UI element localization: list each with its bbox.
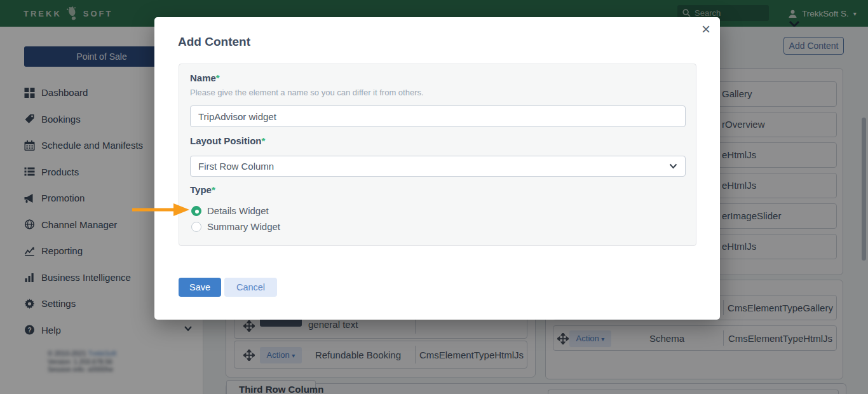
selected-option: First Row Column bbox=[198, 161, 274, 172]
radio-details-widget[interactable]: Details Widget bbox=[191, 205, 269, 216]
annotation-arrow-icon bbox=[130, 202, 191, 217]
required-asterisk: * bbox=[262, 135, 266, 146]
add-content-form: Name* Please give the element a name so … bbox=[179, 64, 696, 246]
name-label: Name* bbox=[190, 72, 220, 83]
radio-label: Summary Widget bbox=[207, 221, 280, 232]
layout-position-select[interactable]: First Row Column bbox=[190, 156, 686, 177]
required-asterisk: * bbox=[212, 184, 215, 195]
radio-label: Details Widget bbox=[207, 205, 269, 216]
type-label: Type* bbox=[190, 184, 215, 195]
cancel-button[interactable]: Cancel bbox=[224, 278, 277, 297]
close-icon[interactable]: × bbox=[696, 20, 716, 40]
name-input[interactable] bbox=[190, 105, 686, 127]
layout-position-label: Layout Position* bbox=[190, 135, 265, 146]
modal-title: Add Content bbox=[178, 35, 250, 49]
radio-unselected-icon[interactable] bbox=[191, 222, 201, 232]
save-button[interactable]: Save bbox=[179, 278, 221, 297]
required-asterisk: * bbox=[216, 72, 220, 83]
radio-summary-widget[interactable]: Summary Widget bbox=[191, 221, 280, 232]
app-root: TREKK SOFT TrekkSoft S. ▾ bbox=[0, 0, 868, 394]
vertical-scrollbar-thumb[interactable] bbox=[862, 118, 866, 261]
add-content-modal: × Add Content Name* Please give the elem… bbox=[154, 17, 720, 320]
chevron-down-icon bbox=[669, 163, 677, 169]
name-help-text: Please give the element a name so you ca… bbox=[190, 88, 424, 97]
radio-selected-icon[interactable] bbox=[191, 206, 201, 216]
